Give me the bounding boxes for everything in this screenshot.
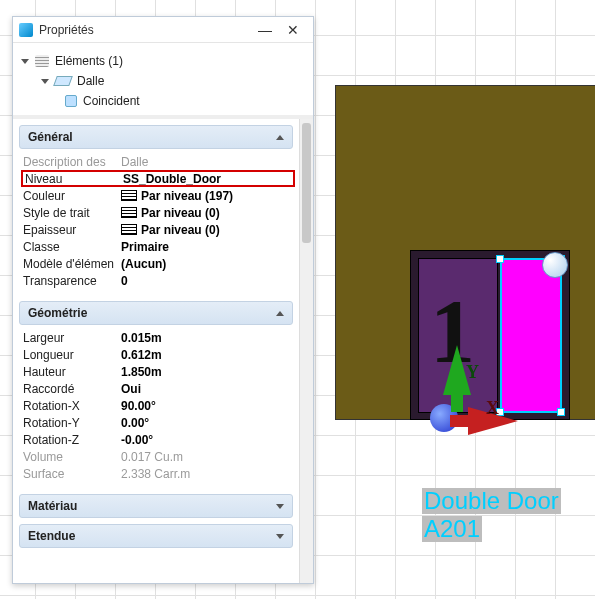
prop-row-niveau[interactable]: NiveauSS_Double_Door bbox=[21, 170, 295, 187]
collapse-icon[interactable] bbox=[276, 135, 284, 140]
panel-icon bbox=[19, 23, 33, 37]
tree-grandchild[interactable]: Coincident bbox=[65, 91, 305, 111]
selection-handle[interactable] bbox=[557, 408, 565, 416]
hatch-icon bbox=[121, 207, 137, 218]
axis-y-label: Y bbox=[466, 362, 479, 383]
tree-root[interactable]: Eléments (1) bbox=[21, 51, 305, 71]
properties-body: Général Description desDalle NiveauSS_Do… bbox=[13, 119, 313, 583]
collapse-icon[interactable] bbox=[276, 311, 284, 316]
minimize-button[interactable]: — bbox=[251, 17, 279, 42]
scrollbar-thumb[interactable] bbox=[302, 123, 311, 243]
prop-row-classe[interactable]: ClassePrimaire bbox=[23, 238, 293, 255]
prop-row-surface[interactable]: Surface2.338 Carr.m bbox=[23, 465, 293, 482]
close-button[interactable]: ✕ bbox=[279, 17, 307, 42]
section-etendue[interactable]: Etendue bbox=[19, 524, 293, 548]
tree-child-label: Dalle bbox=[77, 74, 104, 88]
section-title: Matériau bbox=[28, 499, 77, 513]
prop-row-longueur[interactable]: Longueur0.612m bbox=[23, 346, 293, 363]
element-annotation-line1[interactable]: Double Door bbox=[422, 488, 561, 514]
prop-row-transparence[interactable]: Transparence0 bbox=[23, 272, 293, 289]
prop-row-raccorde[interactable]: RaccordéOui bbox=[23, 380, 293, 397]
gizmo-x-axis[interactable] bbox=[450, 415, 470, 427]
prop-row-description[interactable]: Description desDalle bbox=[23, 153, 293, 170]
axis-x-label: X bbox=[486, 398, 499, 419]
tree-grandchild-label: Coincident bbox=[83, 94, 140, 108]
prop-row-style[interactable]: Style de traitPar niveau (0) bbox=[23, 204, 293, 221]
prop-row-volume[interactable]: Volume0.017 Cu.m bbox=[23, 448, 293, 465]
expand-icon[interactable] bbox=[276, 504, 284, 509]
prop-row-rotx[interactable]: Rotation-X90.00° bbox=[23, 397, 293, 414]
section-materiau[interactable]: Matériau bbox=[19, 494, 293, 518]
coincident-icon bbox=[65, 95, 77, 107]
section-title: Général bbox=[28, 130, 73, 144]
section-title: Géométrie bbox=[28, 306, 87, 320]
expand-icon[interactable] bbox=[21, 59, 29, 64]
hatch-icon bbox=[121, 224, 137, 235]
element-badge-icon[interactable] bbox=[542, 252, 568, 278]
element-tree[interactable]: Eléments (1) Dalle Coincident bbox=[13, 43, 313, 115]
expand-icon[interactable] bbox=[41, 79, 49, 84]
element-annotation-line2[interactable]: A201 bbox=[422, 516, 482, 542]
tree-root-label: Eléments (1) bbox=[55, 54, 123, 68]
selection-handle[interactable] bbox=[496, 255, 504, 263]
panel-titlebar[interactable]: Propriétés — ✕ bbox=[13, 17, 313, 43]
section-geometrie[interactable]: Géométrie bbox=[19, 301, 293, 325]
section-title: Etendue bbox=[28, 529, 75, 543]
prop-row-couleur[interactable]: CouleurPar niveau (197) bbox=[23, 187, 293, 204]
elements-icon bbox=[35, 55, 49, 67]
model-viewport[interactable]: 1 Y X Double Door A201 bbox=[310, 0, 595, 599]
section-general[interactable]: Général bbox=[19, 125, 293, 149]
prop-row-rotz[interactable]: Rotation-Z-0.00° bbox=[23, 431, 293, 448]
prop-row-largeur[interactable]: Largeur0.015m bbox=[23, 329, 293, 346]
properties-panel: Propriétés — ✕ Eléments (1) Dalle Coinci… bbox=[12, 16, 314, 584]
tree-child[interactable]: Dalle bbox=[41, 71, 305, 91]
properties-scrollbar[interactable] bbox=[299, 119, 313, 583]
prop-row-hauteur[interactable]: Hauteur1.850m bbox=[23, 363, 293, 380]
door-leaf-right-selected[interactable] bbox=[500, 258, 562, 413]
prop-row-roty[interactable]: Rotation-Y0.00° bbox=[23, 414, 293, 431]
hatch-icon bbox=[121, 190, 137, 201]
slab-icon bbox=[53, 76, 73, 86]
prop-row-epaisseur[interactable]: EpaisseurPar niveau (0) bbox=[23, 221, 293, 238]
panel-title: Propriétés bbox=[39, 23, 94, 37]
prop-row-modele[interactable]: Modèle d'élémen(Aucun) bbox=[23, 255, 293, 272]
expand-icon[interactable] bbox=[276, 534, 284, 539]
